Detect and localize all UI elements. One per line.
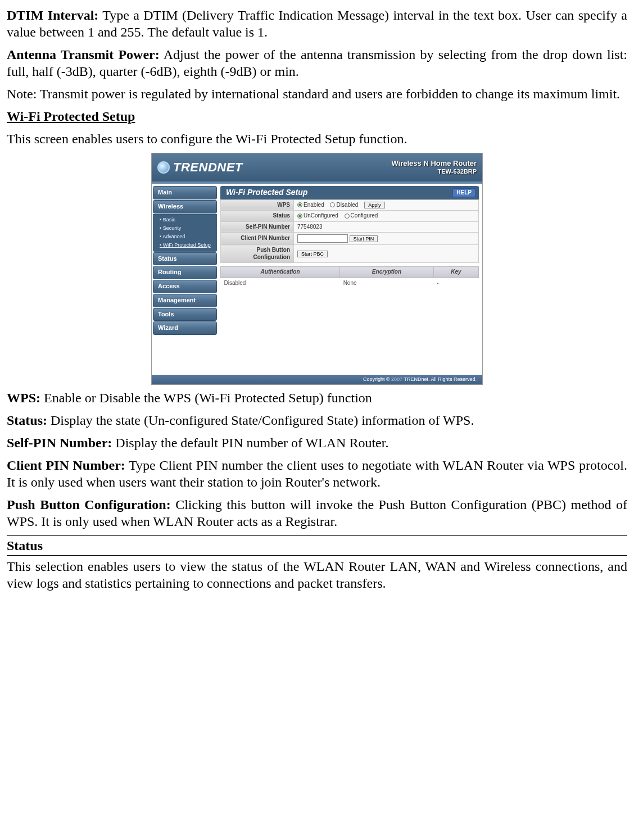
header-title: Wireless N Home Router bbox=[391, 159, 477, 168]
row-pbc: Start PBC bbox=[294, 245, 479, 263]
nav-routing[interactable]: Routing bbox=[153, 266, 217, 279]
help-button[interactable]: HELP bbox=[452, 188, 476, 198]
label-wps: WPS bbox=[221, 199, 294, 211]
router-screenshot: TRENDNET Wireless N Home Router TEW-632B… bbox=[151, 153, 483, 385]
radio-wps-enabled-label: Enabled bbox=[304, 202, 324, 208]
nav-sub-security[interactable]: Security bbox=[154, 224, 217, 233]
brand: TRENDNET bbox=[157, 160, 243, 175]
row-status: UnConfigured Configured bbox=[294, 211, 479, 222]
text-wps-desc: Enable or Disable the WPS (Wi-Fi Protect… bbox=[40, 391, 372, 405]
text-dtim: Type a DTIM (Delivery Traffic Indication… bbox=[7, 8, 627, 39]
radio-status-unconf bbox=[297, 214, 302, 219]
label-client-pin: Client PIN Number bbox=[221, 233, 294, 245]
heading-status: Status bbox=[7, 535, 627, 556]
brand-text: TRENDNET bbox=[173, 160, 243, 175]
td-enc: None bbox=[340, 278, 434, 288]
header-right: Wireless N Home Router TEW-632BRP bbox=[391, 159, 477, 176]
radio-status-unconf-label: UnConfigured bbox=[304, 212, 338, 219]
brand-logo-icon bbox=[157, 161, 170, 174]
self-pin-value: 77548023 bbox=[294, 221, 479, 233]
td-auth: Disabled bbox=[221, 278, 340, 288]
nav-wizard[interactable]: Wizard bbox=[153, 321, 217, 335]
start-pin-button[interactable]: Start PIN bbox=[350, 235, 378, 242]
label-antenna: Antenna Transmit Power: bbox=[7, 47, 160, 62]
heading-wps: Wi-Fi Protected Setup bbox=[7, 108, 627, 125]
th-key: Key bbox=[433, 267, 478, 278]
footer-year: 2007 bbox=[391, 376, 402, 382]
text-status-desc: Display the state (Un-configured State/C… bbox=[47, 413, 474, 428]
radio-status-conf bbox=[345, 214, 350, 219]
th-enc: Encryption bbox=[340, 267, 434, 278]
paragraph-clientpin-desc: Client PIN Number: Type Client PIN numbe… bbox=[7, 457, 627, 491]
wps-form: WPS Enabled Disabled Apply Status UnConf… bbox=[220, 199, 479, 264]
footer-prefix: Copyright © bbox=[363, 376, 391, 382]
client-pin-input[interactable] bbox=[297, 234, 348, 243]
label-clientpin-desc: Client PIN Number: bbox=[7, 458, 125, 473]
paragraph-note: Note: Transmit power is regulated by int… bbox=[7, 85, 627, 102]
radio-wps-disabled[interactable] bbox=[330, 202, 335, 207]
start-pbc-button[interactable]: Start PBC bbox=[297, 251, 328, 257]
sidebar: Main Wireless Basic Security Advanced Wi… bbox=[152, 184, 218, 375]
label-status-desc: Status: bbox=[7, 413, 47, 428]
paragraph-wps-intro: This screen enables users to configure t… bbox=[7, 130, 627, 147]
panel-title: Wi-Fi Protected Setup bbox=[220, 186, 313, 199]
label-pbc-desc: Push Button Configuration: bbox=[7, 497, 171, 512]
radio-wps-enabled[interactable] bbox=[297, 202, 302, 207]
nav-main[interactable]: Main bbox=[153, 186, 217, 199]
nav-tools[interactable]: Tools bbox=[153, 308, 217, 321]
nav-wireless-submenu: Basic Security Advanced WiFi Protected S… bbox=[153, 214, 217, 252]
label-status: Status bbox=[221, 211, 294, 222]
paragraph-pbc-desc: Push Button Configuration: Clicking this… bbox=[7, 496, 627, 530]
label-selfpin-desc: Self-PIN Number: bbox=[7, 435, 112, 450]
table-row: Disabled None - bbox=[221, 278, 479, 288]
nav-access[interactable]: Access bbox=[153, 280, 217, 293]
nav-sub-wps[interactable]: WiFi Protected Setup bbox=[154, 241, 217, 249]
nav-management[interactable]: Management bbox=[153, 294, 217, 307]
text-selfpin-desc: Display the default PIN number of WLAN R… bbox=[112, 435, 388, 450]
router-footer: Copyright © 2007 TRENDnet. All Rights Re… bbox=[152, 375, 482, 384]
footer-suffix: TRENDnet. All Rights Reserved. bbox=[402, 376, 477, 382]
label-wps-desc: WPS: bbox=[7, 391, 40, 405]
router-header: TRENDNET Wireless N Home Router TEW-632B… bbox=[152, 153, 482, 184]
nav-status[interactable]: Status bbox=[153, 252, 217, 266]
paragraph-status-desc: Status: Display the state (Un-configured… bbox=[7, 412, 627, 429]
apply-button[interactable]: Apply bbox=[364, 202, 385, 208]
label-pbc: Push Button Configuration bbox=[221, 245, 294, 263]
nav-sub-basic[interactable]: Basic bbox=[154, 216, 217, 224]
radio-wps-disabled-label: Disabled bbox=[336, 202, 358, 208]
paragraph-selfpin-desc: Self-PIN Number: Display the default PIN… bbox=[7, 434, 627, 451]
label-self-pin: Self-PIN Number bbox=[221, 221, 294, 233]
content-panel: Wi-Fi Protected Setup HELP WPS Enabled D… bbox=[218, 184, 482, 375]
nav-wireless[interactable]: Wireless bbox=[153, 200, 217, 214]
row-client-pin: Start PIN bbox=[294, 233, 479, 245]
td-key: - bbox=[433, 278, 478, 288]
paragraph-status-section: This selection enables users to view the… bbox=[7, 558, 627, 592]
paragraph-dtim: DTIM Interval: Type a DTIM (Delivery Tra… bbox=[7, 7, 627, 40]
nav-sub-advanced[interactable]: Advanced bbox=[154, 233, 217, 241]
radio-status-conf-label: Configured bbox=[351, 212, 378, 219]
paragraph-wps-desc: WPS: Enable or Disable the WPS (Wi-Fi Pr… bbox=[7, 389, 627, 406]
th-auth: Authentication bbox=[221, 267, 340, 278]
header-model: TEW-632BRP bbox=[391, 168, 477, 176]
wps-info-table: Authentication Encryption Key Disabled N… bbox=[220, 266, 479, 288]
row-wps: Enabled Disabled Apply bbox=[294, 199, 479, 211]
paragraph-antenna: Antenna Transmit Power: Adjust the power… bbox=[7, 46, 627, 80]
label-dtim: DTIM Interval: bbox=[7, 8, 98, 22]
